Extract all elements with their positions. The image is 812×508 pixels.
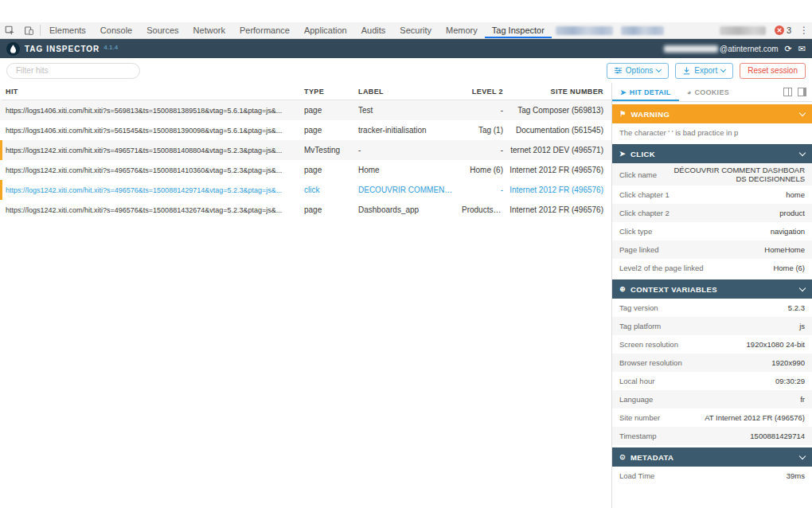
detail-value: home xyxy=(786,190,805,199)
detail-row: Language fr xyxy=(612,390,812,408)
toolbar: Options Export Reset session xyxy=(0,58,812,83)
mail-icon[interactable]: ✉ xyxy=(798,45,806,53)
devtools-tab-elements[interactable]: Elements xyxy=(42,22,93,38)
detail-label: Language xyxy=(619,395,794,404)
split-view-icon[interactable] xyxy=(783,88,792,96)
metadata-icon: ⊙ xyxy=(619,453,626,461)
table-row[interactable]: https://logs1242.xiti.com/hit.xiti?s=496… xyxy=(0,140,611,160)
hit-site-number: Internet 2012 FR (496576) xyxy=(506,205,607,214)
table-row[interactable]: https://logs1242.xiti.com/hit.xiti?s=496… xyxy=(0,200,611,220)
hit-site-number: Internet 2012 FR (496576) xyxy=(506,166,607,174)
tab-cookies[interactable]: ◕ COOKIES xyxy=(679,83,737,101)
inspect-element-icon[interactable] xyxy=(0,22,19,38)
detail-label: Local hour xyxy=(619,377,769,385)
detail-value: Home (6) xyxy=(773,264,805,272)
export-button[interactable]: Export xyxy=(675,63,733,79)
devtools-tab-sources[interactable]: Sources xyxy=(139,22,185,38)
devtools-tab-audits[interactable]: Audits xyxy=(354,22,393,38)
detail-value: HomeHome xyxy=(764,245,805,254)
devtools-tab-bar: Elements Console Sources Network Perform… xyxy=(0,22,812,39)
hit-type: page xyxy=(301,205,355,214)
metadata-section: ⊙ METADATA Load Time 39ms xyxy=(612,447,812,485)
detail-row: Click chapter 1 home xyxy=(612,186,812,204)
detail-label: Click chapter 2 xyxy=(619,209,773,217)
click-section-header[interactable]: ➤ CLICK xyxy=(612,144,812,163)
hit-type: page xyxy=(301,166,355,174)
warning-section-header[interactable]: ⚑ WARNING xyxy=(612,104,812,123)
hit-level2: Tag (1) xyxy=(459,126,506,135)
filter-hits-input[interactable] xyxy=(6,63,140,79)
detail-label: Level2 of the page linked xyxy=(619,264,767,272)
chevron-down-icon xyxy=(799,109,806,115)
detail-label: Browser resolution xyxy=(619,358,765,367)
hit-label: - xyxy=(355,146,459,154)
export-button-label: Export xyxy=(694,66,717,75)
refresh-icon[interactable]: ⟳ xyxy=(785,45,792,53)
detail-value: 1920x990 xyxy=(771,358,805,367)
column-header-hit: HIT xyxy=(2,88,301,96)
table-row[interactable]: https://logs1242.xiti.com/hit.xiti?s=496… xyxy=(0,160,611,180)
detail-value: 1500881429714 xyxy=(750,432,805,440)
hit-label: tracker-initialisation xyxy=(355,126,459,135)
hit-type: page xyxy=(301,126,355,135)
options-button[interactable]: Options xyxy=(607,63,669,79)
hit-url: https://logs1406.xiti.com/hit.xiti?s=561… xyxy=(2,127,301,135)
devtools-tab-application[interactable]: Application xyxy=(297,22,354,38)
devtools-tab-memory[interactable]: Memory xyxy=(439,22,485,38)
detail-row: Page linked HomeHome xyxy=(612,240,812,259)
context-variables-section-title: CONTEXT VARIABLES xyxy=(630,285,717,294)
redacted-account-name xyxy=(664,45,718,53)
app-version: 4.1.4 xyxy=(103,44,118,51)
hit-site-number: Internet 2012 FR (496576) xyxy=(506,186,607,194)
column-header-label: LABEL xyxy=(355,88,459,96)
detail-value: 09:30:29 xyxy=(775,377,805,385)
hit-label: DECOUVRIR COMMENT DAS... xyxy=(355,186,459,194)
panel-tabs: ➤ HIT DETAIL ◕ COOKIES xyxy=(612,83,812,102)
devtools-tab-security[interactable]: Security xyxy=(392,22,439,38)
table-row[interactable]: https://logs1406.xiti.com/hit.xiti?s=561… xyxy=(0,120,611,140)
detail-row: Browser resolution 1920x990 xyxy=(612,354,812,372)
chevron-down-icon xyxy=(656,66,662,72)
devtools-tab-tag-inspector[interactable]: Tag Inspector xyxy=(485,22,552,38)
hit-url: https://logs1242.xiti.com/hit.xiti?s=496… xyxy=(2,186,301,194)
detail-row: Tag version 5.2.3 xyxy=(612,299,812,317)
metadata-section-header[interactable]: ⊙ METADATA xyxy=(612,447,812,467)
hit-level2: - xyxy=(459,146,506,154)
spacer xyxy=(668,22,716,38)
tab-hit-detail[interactable]: ➤ HIT DETAIL xyxy=(612,83,679,101)
hit-type: page xyxy=(301,106,355,115)
detail-label: Site number xyxy=(619,413,698,422)
hit-site-number: Documentation (561545) xyxy=(506,126,607,135)
devtools-tab-network[interactable]: Network xyxy=(186,22,232,38)
devtools-error-badge[interactable]: 3 xyxy=(770,22,796,38)
devtools-tab-performance[interactable]: Performance xyxy=(232,22,297,38)
metadata-section-title: METADATA xyxy=(630,453,673,462)
detail-value: 5.2.3 xyxy=(788,303,805,312)
context-variables-section-header[interactable]: ⊕ CONTEXT VARIABLES xyxy=(612,279,812,299)
content: HIT TYPE LABEL LEVEL 2 SITE NUMBER https… xyxy=(0,83,812,508)
table-row-selected[interactable]: https://logs1242.xiti.com/hit.xiti?s=496… xyxy=(0,180,611,200)
cookie-icon: ◕ xyxy=(687,88,692,96)
download-icon xyxy=(683,67,690,75)
table-row[interactable]: https://logs1406.xiti.com/hit.xiti?s=569… xyxy=(0,100,611,120)
detail-label: Click type xyxy=(619,227,764,236)
reset-session-button[interactable]: Reset session xyxy=(740,63,806,79)
detail-label: Tag version xyxy=(619,303,782,312)
hit-site-number: ternet 2012 DEV (496571) xyxy=(506,146,607,154)
tab-hit-detail-label: HIT DETAIL xyxy=(630,88,671,96)
warning-section-title: WARNING xyxy=(630,110,670,119)
devtools-menu-icon[interactable]: ⋮ xyxy=(796,22,812,38)
detail-row: Screen resolution 1920x1080 24-bit xyxy=(612,335,812,354)
app-header: TAG INSPECTOR 4.1.4 @atinternet.com ⟳ ✉ xyxy=(0,39,812,58)
hit-level2: - xyxy=(459,106,506,115)
reset-session-button-label: Reset session xyxy=(748,66,798,75)
detail-row: Click name DÉCOUVRIR COMMENT DASHBOARDS … xyxy=(612,163,812,186)
column-header-site-number: SITE NUMBER xyxy=(506,88,607,96)
dock-panel-icon[interactable] xyxy=(798,88,806,96)
detail-row: Load Time 39ms xyxy=(612,467,812,485)
hit-type: MvTesting xyxy=(301,146,355,154)
devtools-tab-console[interactable]: Console xyxy=(93,22,139,38)
error-icon xyxy=(775,25,784,35)
device-toolbar-icon[interactable] xyxy=(19,22,38,38)
hit-level2: Products (13) xyxy=(459,205,506,214)
